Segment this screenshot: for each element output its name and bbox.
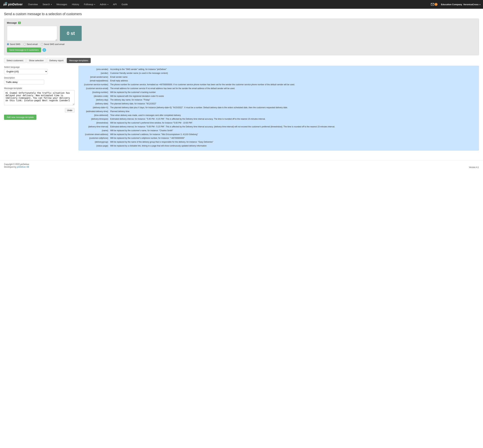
footer-link[interactable]: pinDeliver AB (17, 166, 29, 168)
radio-sms-email-input[interactable] (41, 43, 43, 45)
language-label: Select language (4, 66, 74, 68)
counter-box: 0 st (60, 26, 82, 41)
ref-row: {delivery-date} The planned delivery dat… (81, 102, 476, 105)
ref-row: {email-replyaddress} Email reply address (81, 79, 476, 82)
ref-row: {customer-service-email} The email addre… (81, 87, 476, 90)
info-icon[interactable]: i (42, 48, 46, 52)
ref-val: Will be replaced by the customer's prefe… (110, 121, 476, 124)
ref-key: {delivery-date+X} (81, 106, 108, 109)
ref-row: {customer-cellphone} Will be replaced by… (81, 137, 476, 140)
chevron-down-icon: ▾ (108, 4, 108, 5)
ref-val: Email sender name (110, 76, 476, 79)
nav-links: Overview Search ▾ Messages History Follo… (26, 2, 429, 7)
reference-table: {sms-sender} According to the "SMS sende… (79, 66, 479, 151)
add-template-button[interactable]: Add new message-template (4, 115, 36, 120)
footer-left: Copyright © 2022 pinDeliver Developed by… (4, 163, 29, 168)
ref-row: {sms-sender} According to the "SMS sende… (81, 68, 476, 71)
footer-copyright: Copyright © 2022 pinDeliver (4, 163, 29, 165)
ref-key: {status-page} (81, 144, 108, 147)
ref-key: {sender} (81, 72, 108, 75)
brand-text: pinDeliver (8, 3, 23, 6)
logo-icon: pin (3, 2, 7, 7)
ref-row: {delivery-day} The delivery day name, fo… (81, 98, 476, 101)
tab-message-templates[interactable]: Message-templates (67, 58, 91, 63)
ref-row: {delivery-timespan} Estimated delivery i… (81, 118, 476, 120)
two-col-layout: Select language English (US) Swedish Ger… (4, 66, 479, 151)
mail-badge: 0 (435, 3, 437, 6)
nav-overview[interactable]: Overview (26, 2, 40, 7)
page-title: Send a custom message to a selection of … (4, 12, 479, 16)
template-textarea[interactable]: Hi {name} Unfortunately the traffic situ… (4, 90, 74, 105)
ref-key: {delivery-date} (81, 102, 108, 105)
radio-email-input[interactable] (24, 43, 26, 45)
main-content: Send a custom message to a selection of … (0, 9, 483, 154)
tabs-row: Select customers Show selection Delivery… (4, 58, 479, 63)
ref-row: {delivery-time-interval} Estimated deliv… (81, 125, 476, 128)
ref-key: {customer-service-number} (81, 83, 108, 86)
mail-button[interactable]: 0 (429, 2, 439, 7)
language-row: Select language English (US) Swedish Ger… (4, 66, 74, 74)
message-count-badge: 0 (18, 22, 21, 24)
nav-messages[interactable]: Messages (55, 2, 69, 7)
send-btn-row: Send message to 0 customers i (7, 48, 476, 52)
chevron-down-icon: ▾ (51, 4, 52, 5)
template-row: Message-template Hi {name} Unfortunately… (4, 87, 74, 106)
ref-val: Will be replaced by the customer's addre… (110, 133, 476, 136)
ref-key: {delivery-time-interval} (81, 125, 108, 128)
ref-key: {estimated-delivery-time} (81, 110, 108, 113)
undo-row: Undo (4, 108, 74, 112)
ref-row: {estimated-delivery-time} Planned delive… (81, 110, 476, 113)
footer: Copyright © 2022 pinDeliver Developed by… (0, 160, 483, 171)
ref-key: {customer-cellphone} (81, 137, 108, 140)
ref-key: {customer-street-address} (81, 133, 108, 136)
ref-row: {deliverygroup} Will be replaced by the … (81, 141, 476, 144)
description-row: Description (4, 77, 74, 85)
tab-delivery-report[interactable]: Delivery report (47, 58, 66, 63)
ref-key: {email-sendername} (81, 76, 108, 79)
ref-val: Will be replaced by the customer's name,… (110, 129, 476, 132)
description-input[interactable] (4, 80, 44, 85)
ref-val: Time when delivery was made, used in mes… (110, 114, 476, 117)
ref-key: {customer-service-email} (81, 87, 108, 90)
tab-show-selection[interactable]: Show selection (26, 58, 46, 63)
ref-row: {customer-street-address} Will be replac… (81, 133, 476, 136)
nav-history[interactable]: History (70, 2, 81, 7)
tab-select-customers[interactable]: Select customers (4, 58, 26, 63)
send-message-button[interactable]: Send message to 0 customers (7, 48, 41, 52)
message-panel-header: Message 0 (7, 22, 476, 24)
radio-group: Send SMS Send email Send SMS and email (7, 43, 476, 46)
ref-val: According to the "SMS sender" setting, f… (110, 68, 476, 71)
nav-admin[interactable]: Admin ▾ (98, 2, 110, 7)
description-label: Description (4, 77, 74, 79)
ref-val: Will be replaced by the customer's cellp… (110, 137, 476, 140)
nav-followup[interactable]: Followup ▾ (82, 2, 97, 7)
nav-user: Education Company, VeronicaCross ▾ (441, 3, 480, 6)
ref-row: {tracking-number} Will be replaced by th… (81, 91, 476, 94)
ref-key: {name} (81, 129, 108, 132)
language-select[interactable]: English (US) Swedish German French (4, 69, 48, 74)
ref-val: The planned delivery date plus X days, f… (110, 106, 476, 109)
ref-row: {delivery-date+X} The planned delivery d… (81, 106, 476, 109)
ref-val: The delivery day name, for instance: "Fr… (110, 98, 476, 101)
radio-sms-input[interactable] (7, 43, 9, 45)
footer-version: Version 4.1 (469, 166, 479, 168)
nav-guide[interactable]: Guide (119, 2, 130, 7)
radio-sms-email[interactable]: Send SMS and email (41, 43, 64, 46)
ref-val: The phone number for customer service, f… (110, 83, 476, 86)
ref-key: {deliverygroup} (81, 141, 108, 144)
nav-api[interactable]: API (111, 2, 119, 7)
ref-row: {name} Will be replaced by the customer'… (81, 129, 476, 132)
ref-row: {email-sendername} Email sender name (81, 76, 476, 79)
undo-button[interactable]: Undo (65, 108, 74, 112)
message-label: Message (7, 22, 17, 24)
ref-row: {status-page} Will be replaced by a clic… (81, 144, 476, 147)
radio-email[interactable]: Send email (24, 43, 38, 46)
ref-val: Will be replaced with the registered dev… (110, 95, 476, 98)
ref-key: {delivery-timespan} (81, 118, 108, 120)
message-textarea[interactable] (7, 26, 57, 41)
nav-search[interactable]: Search ▾ (40, 2, 54, 7)
radio-sms[interactable]: Send SMS (7, 43, 20, 46)
ref-row: {time-delivered} Time when delivery was … (81, 114, 476, 117)
left-col: Select language English (US) Swedish Ger… (4, 66, 74, 120)
ref-val: Estimated delivery interval, for instanc… (110, 118, 476, 120)
